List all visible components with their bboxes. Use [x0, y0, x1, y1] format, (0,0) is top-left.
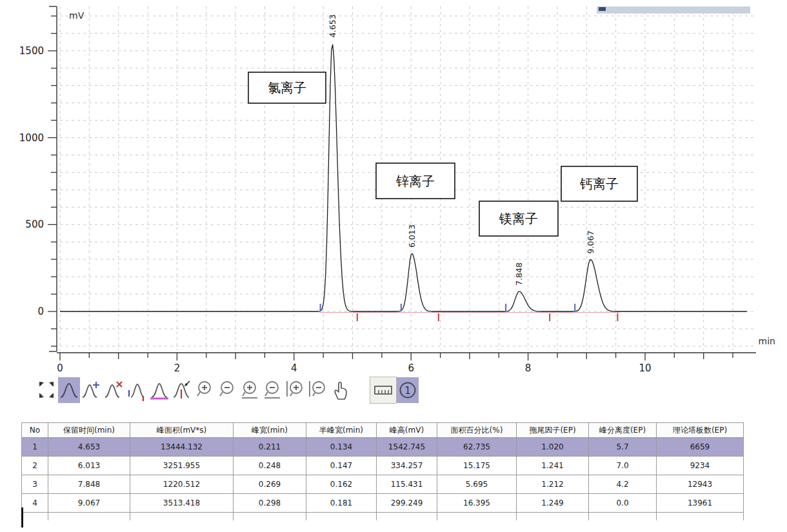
table-cell: 0.147 [306, 457, 377, 475]
peak-table-header: No保留时间(min)峰面积(mV*s)峰宽(min)半峰宽(min)峰高(mV… [22, 423, 744, 438]
y-tick-label: 1000 [19, 132, 44, 144]
table-cell: 12943 [657, 475, 744, 494]
column-header: 峰宽(min) [234, 423, 306, 438]
zoom-in-button[interactable] [194, 377, 215, 403]
table-cell: 0.181 [306, 494, 377, 513]
table-cell: 5.7 [589, 438, 657, 457]
table-cell: 4.2 [589, 475, 657, 494]
table-cell: 16.395 [437, 494, 517, 513]
zoom-in-vertical-icon [240, 379, 259, 401]
peak-select-icon [59, 379, 79, 401]
table-cell: 9234 [657, 457, 744, 475]
retention-time-label: 7.848 [514, 262, 524, 286]
table-cell: 3251.955 [130, 457, 234, 475]
zoom-out-horizontal-button[interactable] [306, 377, 328, 403]
table-cell: 0.269 [234, 475, 306, 494]
peak-baseline-icon [149, 379, 170, 401]
marker-1-icon: 1 [397, 379, 418, 402]
marker-1-button[interactable]: 1 [397, 377, 419, 403]
column-header: 理论塔板数(EP) [657, 423, 744, 438]
table-cell: 13961 [657, 494, 744, 513]
peak-table-row[interactable]: 26.0133251.9550.2480.147334.25715.1751.2… [22, 457, 744, 475]
zoom-out-button[interactable] [216, 377, 238, 403]
pan-hand-icon [330, 379, 350, 401]
text-cursor [21, 507, 23, 527]
peak-delete-icon [105, 379, 124, 401]
peak-edge-adjust-button[interactable] [126, 377, 148, 403]
peak-delete-button[interactable] [103, 377, 125, 403]
table-cell: 0.0 [589, 494, 657, 513]
table-cell: 0.248 [234, 457, 306, 475]
table-cell: 4.653 [48, 438, 130, 457]
ruler-icon [373, 379, 394, 401]
table-cell [234, 513, 306, 521]
compound-annotation-label: 氯离子 [268, 80, 306, 95]
table-cell: 115.431 [377, 475, 437, 494]
pan-hand-button[interactable] [329, 377, 351, 403]
column-header: 峰分离度(EP) [589, 423, 657, 438]
peak-split-icon [172, 379, 192, 401]
column-header: 保留时间(min) [48, 423, 130, 438]
zoom-in-horizontal-button[interactable] [284, 377, 306, 403]
peak-table[interactable]: No保留时间(min)峰面积(mV*s)峰宽(min)半峰宽(min)峰高(mV… [21, 422, 744, 520]
peak-add-button[interactable] [81, 377, 103, 403]
x-tick-label: 2 [174, 362, 181, 374]
peak-table-row[interactable]: 37.8481220.5120.2690.162115.4315.6951.21… [22, 475, 744, 494]
peak-add-icon [82, 379, 101, 401]
table-cell: 0.162 [306, 475, 377, 494]
fit-view-button[interactable] [35, 377, 57, 403]
fit-view-icon [37, 379, 56, 401]
column-header: 拖尾因子(EP) [517, 423, 589, 438]
compound-annotation-label: 镁离子 [499, 211, 538, 226]
marker-1-label: 1 [404, 385, 411, 397]
retention-time-label: 6.013 [407, 224, 417, 248]
column-header: 面积百分比(%) [437, 423, 517, 438]
table-cell: 1 [22, 438, 48, 457]
peak-table-row[interactable]: 49.0673513.4180.2980.181299.24916.3951.2… [22, 494, 744, 513]
y-tick-label: 500 [25, 219, 44, 230]
column-header: No [22, 423, 48, 438]
table-cell: 7.0 [589, 457, 657, 475]
y-tick-label: 1500 [19, 45, 44, 57]
table-cell: 7.848 [48, 475, 130, 494]
table-cell: 6.013 [48, 457, 130, 475]
chart-canvas: 05001000150002468104.6536.0137.8489.067氯… [19, 6, 756, 374]
peak-edit-toolbar: 1 [35, 377, 419, 404]
table-cell: 3 [22, 475, 48, 494]
table-cell: 5.695 [437, 475, 517, 494]
table-cell: 3513.418 [130, 494, 234, 513]
zoom-out-vertical-icon [263, 379, 282, 401]
table-cell: 0.211 [234, 438, 306, 457]
table-cell [517, 513, 589, 521]
zoom-in-icon [195, 379, 214, 401]
x-tick-label: 0 [57, 362, 63, 374]
table-cell: 1.241 [517, 457, 589, 475]
zoom-in-vertical-button[interactable] [239, 377, 261, 403]
peak-table-body[interactable]: 14.65313444.1320.2110.1341542.74562.7351… [22, 438, 744, 521]
table-cell [48, 513, 130, 521]
peak-table-header-row: No保留时间(min)峰面积(mV*s)峰宽(min)半峰宽(min)峰高(mV… [22, 423, 744, 438]
ruler-button[interactable] [370, 377, 396, 403]
table-cell: 334.257 [377, 457, 437, 475]
table-cell: 0.298 [234, 494, 306, 513]
table-cell: 4 [22, 494, 48, 513]
table-cell: 62.735 [437, 438, 517, 457]
table-cell [657, 513, 744, 521]
chromatogram-svg[interactable]: 05001000150002468104.6536.0137.8489.067氯… [0, 0, 787, 375]
column-header: 峰高(mV) [377, 423, 437, 438]
y-tick-label: 0 [37, 306, 44, 317]
table-cell: 1.020 [517, 438, 589, 457]
x-tick-label: 10 [639, 362, 651, 374]
zoom-out-horizontal-icon [308, 379, 327, 401]
peak-select-button[interactable] [58, 377, 80, 403]
peak-baseline-button[interactable] [148, 377, 170, 403]
zoom-out-vertical-button[interactable] [261, 377, 283, 403]
table-cell: 15.175 [437, 457, 517, 475]
table-cell [437, 513, 517, 521]
compound-annotation-label: 钙离子 [579, 176, 619, 192]
peak-split-button[interactable] [171, 377, 193, 403]
chromatogram-plot[interactable]: 05001000150002468104.6536.0137.8489.067氯… [0, 0, 787, 375]
x-tick-label: 8 [525, 362, 532, 374]
retention-time-label: 9.067 [586, 231, 595, 254]
peak-table-row[interactable]: 14.65313444.1320.2110.1341542.74562.7351… [22, 438, 744, 457]
